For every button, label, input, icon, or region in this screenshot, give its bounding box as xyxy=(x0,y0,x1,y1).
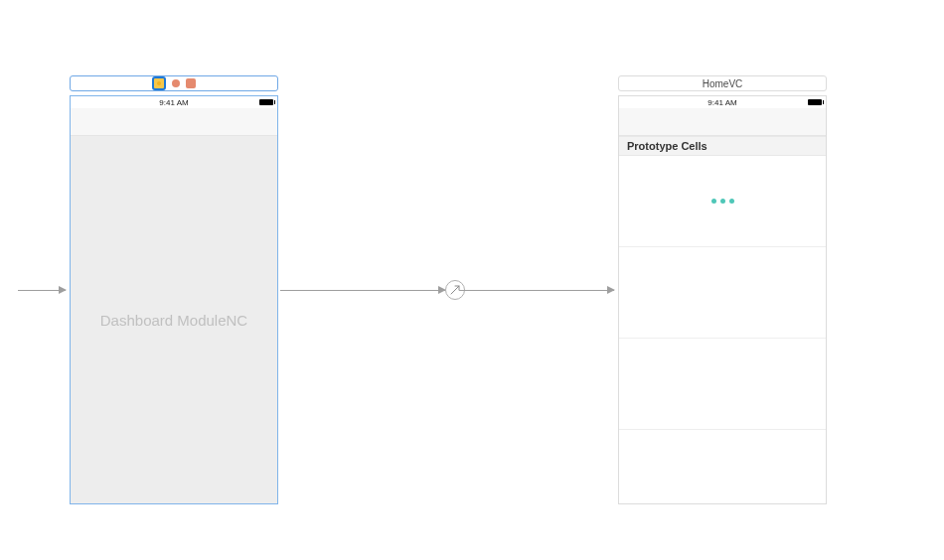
scene-title-label: HomeVC xyxy=(703,78,743,89)
phone-frame[interactable]: 9:41 AM Dashboard ModuleNC xyxy=(70,95,278,504)
scene-title-chips xyxy=(152,76,196,90)
scene-icon-firstresponder xyxy=(172,79,180,87)
phone-frame[interactable]: 9:41 AM Prototype Cells xyxy=(618,95,827,504)
status-time: 9:41 AM xyxy=(159,98,188,107)
section-header-label: Prototype Cells xyxy=(627,140,708,152)
navcontroller-body: Dashboard ModuleNC xyxy=(71,136,277,503)
navigation-bar xyxy=(71,108,277,136)
scene-icon-navcontroller xyxy=(152,76,166,90)
segue-line-left[interactable] xyxy=(280,290,445,291)
table-cell[interactable] xyxy=(619,156,826,247)
table-empty-area xyxy=(619,430,826,503)
scene-title-bar[interactable]: HomeVC xyxy=(618,75,827,91)
scene-navigation-controller[interactable]: 9:41 AM Dashboard ModuleNC xyxy=(70,75,278,504)
table-cell[interactable] xyxy=(619,247,826,339)
battery-icon xyxy=(259,99,273,105)
battery-icon xyxy=(808,99,822,105)
segue-line-right[interactable] xyxy=(459,290,614,291)
status-time: 9:41 AM xyxy=(708,98,736,107)
scene-title-bar[interactable] xyxy=(70,75,278,91)
loading-dots-icon xyxy=(711,199,734,204)
placeholder-label: Dashboard ModuleNC xyxy=(100,312,247,329)
status-bar: 9:41 AM xyxy=(619,96,826,108)
scene-home-vc[interactable]: HomeVC 9:41 AM Prototype Cells xyxy=(618,75,827,504)
table-cell[interactable] xyxy=(619,339,826,430)
navigation-bar xyxy=(619,108,826,136)
status-bar: 9:41 AM xyxy=(71,96,277,108)
prototype-cells-header: Prototype Cells xyxy=(619,136,826,156)
scene-icon-exit xyxy=(186,78,196,88)
storyboard-entry-arrow[interactable] xyxy=(18,290,66,291)
table-view[interactable]: Prototype Cells xyxy=(619,136,826,503)
